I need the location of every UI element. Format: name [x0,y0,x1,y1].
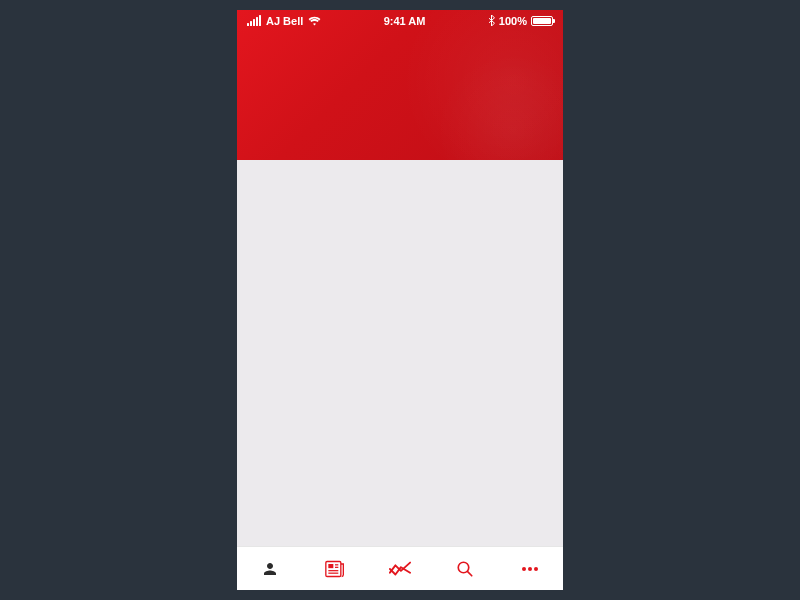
more-icon [521,566,539,572]
svg-point-8 [522,567,526,571]
wifi-icon [308,16,321,26]
search-icon [456,560,474,578]
svg-rect-0 [326,561,341,576]
tab-bar [237,546,563,590]
tab-markets[interactable] [367,547,432,590]
tab-news[interactable] [302,547,367,590]
signal-icon [247,16,261,26]
tab-profile[interactable] [237,547,302,590]
battery-icon [531,16,553,26]
person-icon [261,560,279,578]
svg-point-10 [534,567,538,571]
status-time: 9:41 AM [384,15,426,27]
newspaper-icon [325,560,345,578]
svg-point-9 [528,567,532,571]
tab-search[interactable] [433,547,498,590]
svg-rect-1 [328,564,333,568]
status-bar: AJ Bell 9:41 AM 100% [237,10,563,32]
svg-line-7 [468,571,472,575]
phone-frame: AJ Bell 9:41 AM 100% [237,10,563,590]
battery-percent: 100% [499,15,527,27]
tab-more[interactable] [498,547,563,590]
app-header: AJ Bell 9:41 AM 100% [237,10,563,160]
chart-icon [389,561,411,577]
status-left: AJ Bell [247,15,321,27]
main-content [237,160,563,546]
carrier-label: AJ Bell [266,15,303,27]
bluetooth-icon [488,15,495,28]
status-right: 100% [488,15,553,28]
